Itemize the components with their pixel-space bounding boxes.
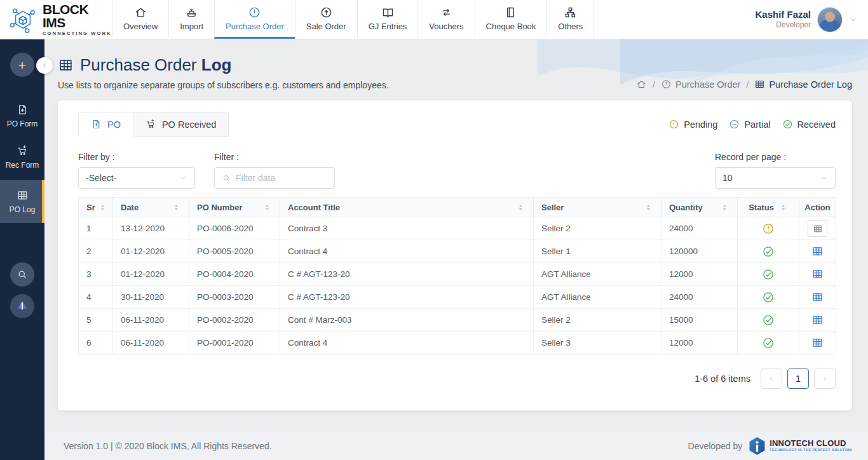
cell-account-title: Contract 4 (280, 240, 534, 263)
block-network-icon (8, 6, 37, 33)
filter-by-select[interactable]: -Select- (78, 167, 195, 189)
sidebar-collapse-button[interactable] (36, 57, 53, 74)
sidebar-item-po-form[interactable]: PO Form (0, 97, 44, 134)
cell-date: 30-11-2020 (113, 286, 189, 309)
column-header-status[interactable]: Status (738, 198, 799, 217)
innotech-name: INNOTECH CLOUD (770, 439, 852, 447)
cell-action (799, 263, 836, 286)
cell-status (738, 286, 799, 309)
legend-partial: Partial (729, 119, 770, 130)
row-action-button[interactable] (811, 337, 824, 349)
pagination-next-button[interactable] (814, 369, 836, 389)
column-header-sr[interactable]: Sr (79, 198, 113, 217)
avatar[interactable] (817, 7, 843, 32)
breadcrumb: /Purchase Order/Purchase Order Log (636, 79, 852, 90)
nav-item-overview[interactable]: Overview (112, 0, 168, 39)
app-sidebar: + PO FormRec FormPO Log (0, 39, 44, 460)
nav-item-label: Cheque Book (486, 22, 536, 31)
breadcrumb-label: Purchase Order (675, 79, 740, 90)
row-action-button[interactable] (808, 220, 827, 237)
developed-by-label: Developed by (688, 441, 743, 451)
row-action-button[interactable] (811, 291, 824, 303)
cell-status (738, 263, 799, 286)
nav-item-purchase-order[interactable]: Purchase Order (214, 0, 295, 39)
column-header-date[interactable]: Date (113, 198, 189, 217)
cell-po-number: PO-0004-2020 (189, 263, 280, 286)
cell-status (738, 240, 799, 263)
file-add-icon (17, 104, 29, 116)
sidebar-info-button[interactable] (10, 294, 34, 318)
cell-seller: AGT Alliance (534, 286, 661, 309)
row-action-button[interactable] (811, 268, 824, 280)
table-row: 201-12-2020PO-0005-2020Contract 4Seller … (79, 240, 836, 263)
column-label: Seller (541, 203, 564, 212)
nav-item-vouchers[interactable]: Vouchers (417, 0, 474, 39)
sidebar-item-label: Rec Form (6, 161, 39, 170)
logo-title: BLOCK IMS (43, 3, 112, 29)
pagination-prev-button[interactable] (761, 369, 782, 389)
nav-item-cheque-book[interactable]: Cheque Book (475, 0, 547, 39)
nav-item-sale-order[interactable]: Sale Order (295, 0, 357, 39)
row-action-button[interactable] (811, 314, 824, 326)
cell-quantity: 12000 (661, 332, 738, 355)
breadcrumb-item-purchase-order[interactable]: Purchase Order (661, 79, 740, 90)
sort-icon (778, 203, 788, 212)
sort-icon (98, 203, 107, 212)
cell-action (799, 309, 836, 332)
column-label: Action (804, 203, 830, 212)
cell-date: 06-11-2020 (113, 332, 189, 355)
column-label: Account Title (288, 203, 340, 212)
status-legend: PendingPartialReceived (668, 119, 836, 130)
grid-icon (813, 224, 823, 234)
innotech-tagline: TECHNOLOGY IS THE PERFECT SOLUTION (770, 449, 852, 452)
check-circle-icon (762, 337, 775, 349)
breadcrumb-label: Purchase Order Log (769, 79, 852, 90)
tab-po-received[interactable]: PO Received (133, 112, 229, 137)
sidebar-item-po-log[interactable]: PO Log (0, 180, 44, 223)
chevron-down-icon[interactable] (849, 15, 858, 24)
column-header-po-number[interactable]: PO Number (189, 198, 280, 217)
add-button[interactable]: + (10, 53, 34, 77)
tabs: POPO Received (78, 112, 229, 137)
logo-tagline: CONNECTING WORK (43, 31, 112, 36)
sidebar-item-rec-form[interactable]: Rec Form (0, 139, 44, 175)
exclamation-circle-icon (668, 119, 679, 130)
cell-status (738, 309, 799, 332)
user-name: Kashif Fazal (755, 9, 811, 21)
filter-label: Filter : (214, 152, 335, 162)
pagination: 1-6 of 6 items 1 (78, 369, 836, 389)
column-header-account-title[interactable]: Account Title (280, 198, 534, 217)
pagination-page-1-button[interactable]: 1 (787, 369, 809, 389)
sort-icon (720, 203, 729, 212)
record-per-page-value: 10 (722, 173, 733, 183)
app-logo[interactable]: BLOCK IMS CONNECTING WORK (0, 0, 112, 39)
page-title: Purchase Order Log (80, 55, 231, 75)
tab-po[interactable]: PO (78, 112, 133, 137)
column-label: Status (749, 203, 774, 212)
breadcrumb-item-home[interactable] (636, 79, 647, 90)
column-label: PO Number (197, 203, 243, 212)
check-circle-icon (762, 245, 775, 258)
sort-icon (262, 203, 272, 212)
record-per-page-select[interactable]: 10 (715, 167, 836, 189)
column-header-seller[interactable]: Seller (534, 198, 661, 217)
sidebar-search-button[interactable] (10, 262, 34, 287)
column-header-quantity[interactable]: Quantity (661, 198, 738, 217)
cell-po-number: PO-0005-2020 (189, 240, 280, 263)
cell-account-title: C # AGT-123-20 (280, 286, 534, 309)
row-action-button[interactable] (811, 245, 824, 257)
app-footer: Version 1.0 | © 2020 Block IMS, All Righ… (44, 431, 868, 460)
table-row: 113-12-2020PO-0006-2020Contract 3Seller … (79, 217, 836, 240)
innotech-cloud-logo: INNOTECH CLOUD TECHNOLOGY IS THE PERFECT… (749, 436, 852, 456)
page-subtitle: Use lists to organize separate groups of… (58, 80, 389, 90)
home-icon (134, 6, 147, 19)
user-menu[interactable]: Kashif Fazal Developer (755, 0, 868, 39)
nav-item-others[interactable]: Others (546, 0, 594, 39)
filter-input[interactable] (236, 173, 327, 183)
table-body: 113-12-2020PO-0006-2020Contract 3Seller … (79, 217, 836, 355)
nav-item-import[interactable]: Import (168, 0, 214, 39)
grid-icon (811, 268, 824, 280)
grid-icon (811, 337, 824, 349)
check-circle-icon (762, 314, 775, 327)
nav-item-gj-entries[interactable]: GJ Entries (357, 0, 418, 39)
